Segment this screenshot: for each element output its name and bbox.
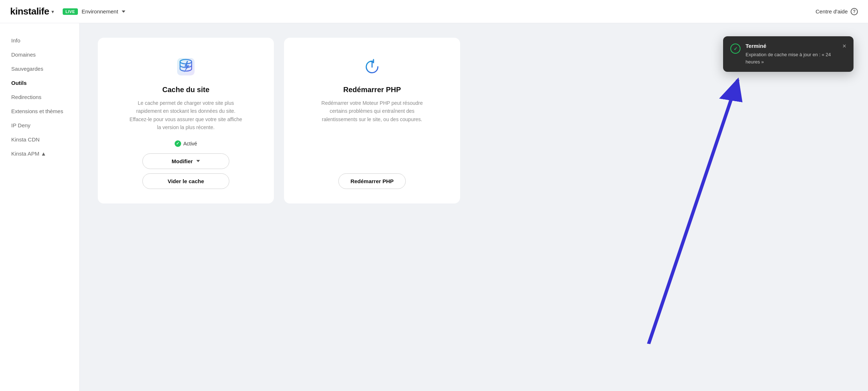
layout: Info Domaines Sauvegardes Outils Redirec… [0,23,868,391]
logo-chevron-icon[interactable]: ▾ [51,9,54,15]
cache-card-title: Cache du site [162,86,209,94]
sidebar-item-extensions[interactable]: Extensions et thèmes [0,104,79,118]
restart-icon [360,55,384,78]
main-content: Cache du site Le cache permet de charger… [80,23,868,391]
sidebar-item-ip-deny[interactable]: IP Deny [0,118,79,132]
header-right: Centre d'aide ? [815,8,858,15]
sidebar-item-kinsta-cdn[interactable]: Kinsta CDN [0,132,79,147]
restart-php-card: Redémarrer PHP Redémarrer votre Moteur P… [284,38,460,203]
sidebar-item-redirections[interactable]: Redirections [0,90,79,104]
sidebar-item-domaines[interactable]: Domaines [0,48,79,62]
svg-line-4 [649,80,738,344]
restart-card-title: Redémarrer PHP [343,86,401,94]
restart-card-desc: Redémarrer votre Moteur PHP peut résoudr… [314,99,430,123]
toast-title: Terminé [746,43,837,49]
toast-notification: Terminé Expiration de cache mise à jour … [723,36,854,72]
environment-chevron-icon [122,11,125,13]
vider-cache-button[interactable]: Vider le cache [142,173,229,189]
logo: kinstalife [10,6,49,17]
sidebar-item-info[interactable]: Info [0,33,79,48]
header: kinstalife ▾ LIVE Environnement Centre d… [0,0,868,23]
live-badge: LIVE [63,8,78,15]
cache-status: Activé [175,140,197,147]
cache-status-dot [175,140,181,147]
help-label: Centre d'aide [815,8,848,15]
toast-success-icon [730,44,740,54]
sidebar: Info Domaines Sauvegardes Outils Redirec… [0,23,80,391]
toast-close-button[interactable]: × [842,43,846,49]
modifier-chevron-icon [196,160,200,162]
cards-grid: Cache du site Le cache permet de charger… [98,38,460,203]
sidebar-item-kinsta-apm[interactable]: Kinsta APM ▲ [0,147,79,161]
environment-label: Environnement [82,8,118,15]
help-icon[interactable]: ? [851,8,858,15]
sidebar-item-sauvegardes[interactable]: Sauvegardes [0,62,79,76]
cache-card: Cache du site Le cache permet de charger… [98,38,274,203]
restart-php-button[interactable]: Redémarrer PHP [338,173,405,189]
cache-icon [174,55,197,78]
cache-card-desc: Le cache permet de charger votre site pl… [128,99,244,132]
toast-desc: Expiration de cache mise à jour en : « 2… [746,51,837,65]
toast-content: Terminé Expiration de cache mise à jour … [746,43,837,65]
cache-status-label: Activé [183,141,197,147]
sidebar-item-outils[interactable]: Outils [0,76,79,90]
modifier-button[interactable]: Modifier [142,153,229,169]
environment-selector[interactable]: Environnement [82,8,125,15]
